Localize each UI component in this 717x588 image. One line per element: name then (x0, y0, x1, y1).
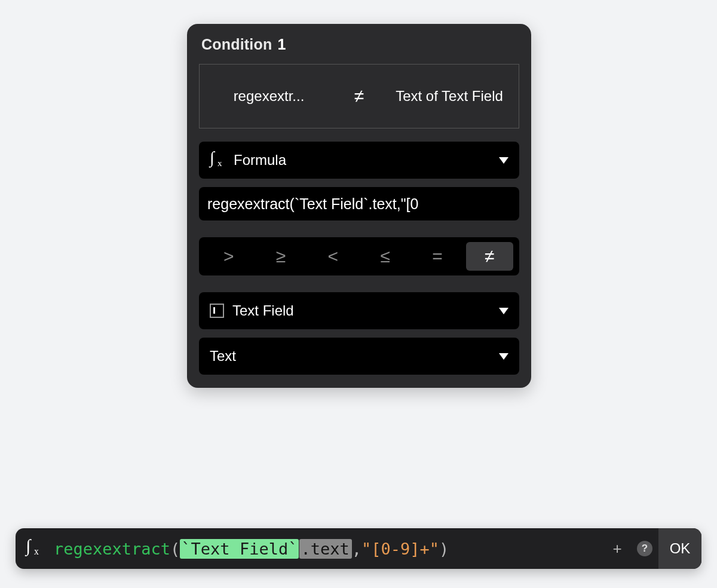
operator-less-than[interactable]: < (310, 242, 357, 271)
summary-left: regexextr... (200, 65, 338, 128)
formula-bar-fx: ∫x (16, 540, 54, 557)
panel-title-number: 1 (278, 36, 286, 53)
target-label: Text Field (232, 302, 294, 319)
summary-operator: ≠ (338, 65, 380, 128)
condition-summary: regexextr... ≠ Text of Text Field (199, 64, 519, 128)
add-button[interactable]: + (603, 535, 631, 562)
token-dot: . (299, 539, 310, 559)
operator-equal[interactable]: = (413, 242, 461, 271)
chevron-down-icon (499, 353, 508, 360)
chevron-down-icon (499, 308, 508, 314)
property-label: Text (210, 348, 236, 365)
token-reference: `Text Field` (180, 539, 299, 559)
token-property: text (311, 539, 352, 559)
formula-preview[interactable]: regexextract(`Text Field`.text,"[0 (199, 187, 519, 220)
token-open-paren: ( (170, 540, 180, 558)
help-icon: ? (637, 541, 652, 556)
token-function: regexextract (54, 540, 170, 558)
token-close-paren: ) (439, 540, 449, 558)
panel-title: Condition 1 (201, 36, 519, 53)
formula-icon: ∫x (26, 540, 43, 557)
ok-button[interactable]: OK (658, 528, 701, 569)
help-button[interactable]: ? (631, 535, 658, 562)
token-comma: , (352, 540, 361, 558)
operator-less-than-or-equal[interactable]: ≤ (361, 242, 409, 271)
operator-row: > ≥ < ≤ = ≠ (199, 237, 519, 275)
ok-label: OK (670, 540, 691, 557)
condition-panel: Condition 1 regexextr... ≠ Text of Text … (187, 24, 531, 388)
text-field-icon (210, 304, 224, 318)
panel-title-prefix: Condition (201, 36, 272, 53)
chevron-down-icon (499, 157, 508, 164)
formula-icon: ∫x (210, 152, 226, 169)
property-select[interactable]: Text (199, 338, 519, 375)
formula-preview-text: regexextract(`Text Field`.text,"[0 (207, 195, 418, 213)
operator-not-equal[interactable]: ≠ (466, 242, 513, 271)
operator-greater-than[interactable]: > (205, 242, 252, 271)
value-type-label: Formula (234, 152, 286, 169)
formula-bar: ∫x regexextract ( `Text Field` . text , … (16, 528, 701, 569)
formula-input[interactable]: regexextract ( `Text Field` . text , "[0… (54, 539, 603, 559)
value-type-select[interactable]: ∫x Formula (199, 142, 519, 179)
summary-right: Text of Text Field (380, 65, 519, 128)
operator-greater-than-or-equal[interactable]: ≥ (257, 242, 304, 271)
token-string: "[0-9]+" (361, 540, 439, 558)
target-select[interactable]: Text Field (199, 292, 519, 329)
plus-icon: + (612, 540, 621, 558)
